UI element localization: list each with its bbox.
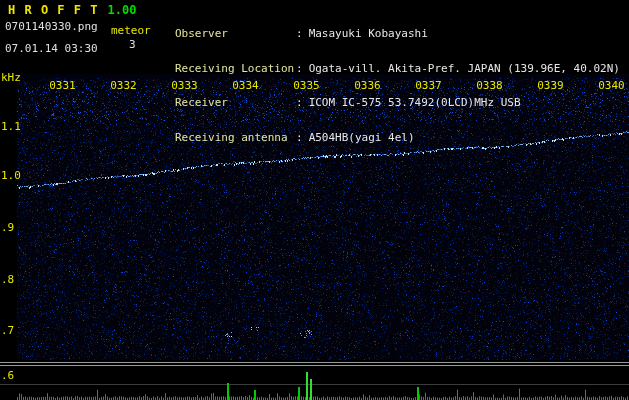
app-title: H R O F F T1.00 [8,3,136,17]
info-value: A504HB(yagi 4el) [309,131,415,144]
freq-tick: .7 [1,325,14,337]
info-value: Masayuki Kobayashi [309,27,428,40]
time-tick: 0340 [598,80,625,92]
freq-tick: .6 [1,370,14,382]
info-value: ICOM IC-575 53.7492(0LCD)MHz USB [309,96,521,109]
time-tick: 0335 [293,80,320,92]
mode-label: meteor [111,24,151,37]
output-filename: 0701140330.png [5,20,98,33]
info-row-location: Receiving Location:Ogata-vill. Akita-Pre… [175,63,620,75]
info-row-receiver: Receiver:ICOM IC-575 53.7492(0LCD)MHz US… [175,97,620,109]
freq-tick: .9 [1,222,14,234]
info-row-observer: Observer:Masayuki Kobayashi [175,28,620,40]
capture-timestamp: 07.01.14 03:30 [5,42,98,55]
freq-tick: .8 [1,274,14,286]
app-logo-text: H R O F F T [8,3,98,17]
info-colon: : [296,62,303,75]
time-tick: 0337 [415,80,442,92]
info-label: Observer [175,28,296,40]
time-tick: 0333 [171,80,198,92]
time-tick: 0331 [49,80,76,92]
info-value: Ogata-vill. Akita-Pref. JAPAN (139.96E, … [309,62,620,75]
app-version: 1.00 [107,3,136,17]
time-tick: 0332 [110,80,137,92]
freq-tick: 1.1 [1,121,21,133]
info-label: Receiving Location [175,63,296,75]
meteor-count: 3 [129,38,136,51]
info-colon: : [296,131,303,144]
time-tick: 0338 [476,80,503,92]
info-colon: : [296,27,303,40]
freq-tick: 1.0 [1,170,21,182]
info-label: Receiver [175,97,296,109]
time-tick: 0339 [537,80,564,92]
info-row-antenna: Receiving antenna:A504HB(yagi 4el) [175,132,620,144]
freq-axis-unit: kHz [1,72,21,84]
info-label: Receiving antenna [175,132,296,144]
time-tick: 0336 [354,80,381,92]
info-colon: : [296,96,303,109]
time-tick: 0334 [232,80,259,92]
hrofft-window: H R O F F T1.00 0701140330.png meteor 3 … [0,0,629,400]
